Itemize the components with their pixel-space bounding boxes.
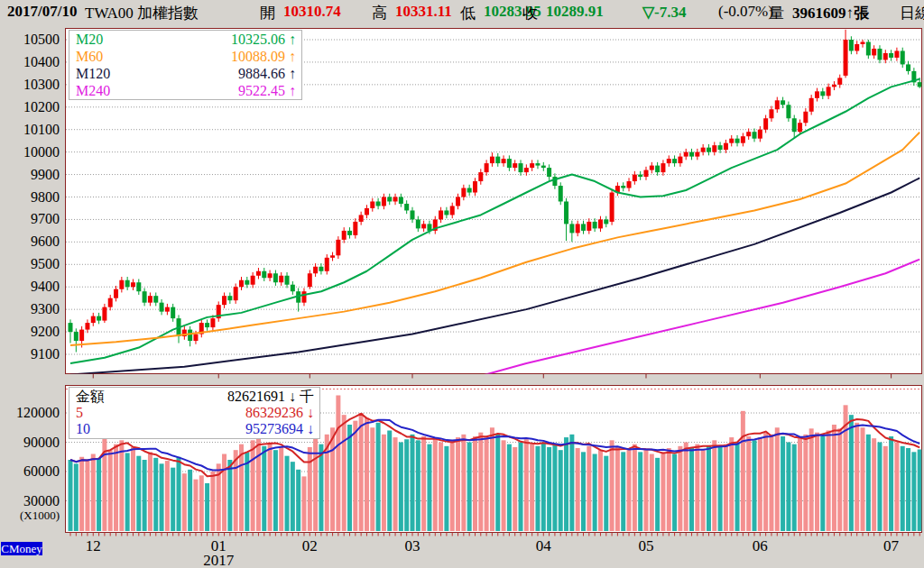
svg-text:M120: M120 — [76, 66, 110, 81]
volume-value: 3961609↑張 — [792, 3, 869, 23]
svg-text:10088.09 ↑: 10088.09 ↑ — [231, 49, 296, 64]
svg-text:金額: 金額 — [76, 389, 105, 404]
cmoney-watermark: CMoney — [1, 542, 42, 555]
change-percent: (-0.07%) — [718, 3, 773, 21]
svg-text:04: 04 — [536, 537, 552, 554]
svg-text:2017: 2017 — [203, 552, 235, 568]
svg-text:10100: 10100 — [23, 122, 60, 137]
svg-text:5: 5 — [76, 405, 83, 420]
svg-text:9522.45 ↑: 9522.45 ↑ — [238, 83, 296, 98]
svg-text:120000: 120000 — [16, 405, 60, 420]
quote-header: 2017/07/10 TWA00 加權指數 開 10310.74 高 10331… — [0, 3, 924, 23]
svg-text:05: 05 — [638, 537, 653, 554]
ma-legend: M2010325.06 ↑M6010088.09 ↑M1209884.66 ↑M… — [69, 31, 302, 100]
svg-text:10000: 10000 — [23, 144, 60, 160]
svg-text:10: 10 — [76, 421, 90, 436]
change-value: ▽-7.34 — [642, 3, 687, 22]
svg-text:M20: M20 — [76, 32, 103, 47]
svg-text:9900: 9900 — [31, 167, 60, 182]
svg-text:M60: M60 — [76, 49, 103, 64]
svg-text:9884.66 ↑: 9884.66 ↑ — [238, 66, 296, 81]
svg-text:10300: 10300 — [23, 77, 60, 92]
close-value: 10289.91 — [546, 3, 604, 21]
svg-text:9700: 9700 — [31, 211, 60, 226]
svg-text:06: 06 — [753, 537, 768, 554]
volume-label: 量 — [769, 3, 784, 23]
chart-canvas[interactable]: 1050010400103001020010100100009900980097… — [0, 0, 924, 568]
svg-text:10325.06 ↑: 10325.06 ↑ — [231, 32, 296, 47]
svg-text:9100: 9100 — [31, 346, 60, 362]
svg-text:9600: 9600 — [31, 234, 60, 249]
svg-text:9400: 9400 — [31, 279, 60, 294]
svg-text:10200: 10200 — [23, 99, 60, 115]
svg-text:86329236 ↓: 86329236 ↓ — [245, 405, 314, 420]
svg-text:60000: 60000 — [23, 463, 60, 479]
svg-text:(X1000): (X1000) — [20, 508, 60, 522]
svg-text:9300: 9300 — [31, 301, 60, 316]
svg-text:03: 03 — [405, 537, 420, 554]
open-label: 開 — [260, 3, 275, 23]
svg-text:10400: 10400 — [23, 54, 60, 69]
high-label: 高 — [372, 3, 387, 23]
period-label: 日線 — [900, 3, 924, 23]
svg-text:02: 02 — [302, 537, 318, 554]
svg-text:M240: M240 — [76, 83, 110, 98]
volume-legend: 金額82621691 ↓ 千586329236 ↓1095273694 ↓ — [69, 388, 320, 439]
svg-text:9800: 9800 — [31, 189, 60, 205]
high-value: 10331.11 — [395, 3, 452, 21]
daily-ticks — [70, 533, 919, 536]
svg-text:95273694 ↓: 95273694 ↓ — [245, 421, 314, 436]
svg-text:9500: 9500 — [31, 256, 60, 271]
open-value: 10310.74 — [283, 3, 341, 21]
symbol-name: TWA00 加權指數 — [85, 3, 199, 23]
svg-text:9200: 9200 — [31, 324, 60, 339]
svg-text:82621691 ↓ 千: 82621691 ↓ 千 — [227, 389, 314, 404]
svg-text:10500: 10500 — [23, 32, 60, 47]
close-label: 收 — [522, 3, 538, 23]
svg-text:90000: 90000 — [23, 435, 60, 450]
svg-text:30000: 30000 — [23, 493, 60, 508]
low-label: 低 — [460, 3, 476, 23]
svg-text:07: 07 — [883, 537, 900, 554]
svg-text:12: 12 — [86, 537, 101, 554]
date-label: 2017/07/10 — [7, 3, 77, 21]
